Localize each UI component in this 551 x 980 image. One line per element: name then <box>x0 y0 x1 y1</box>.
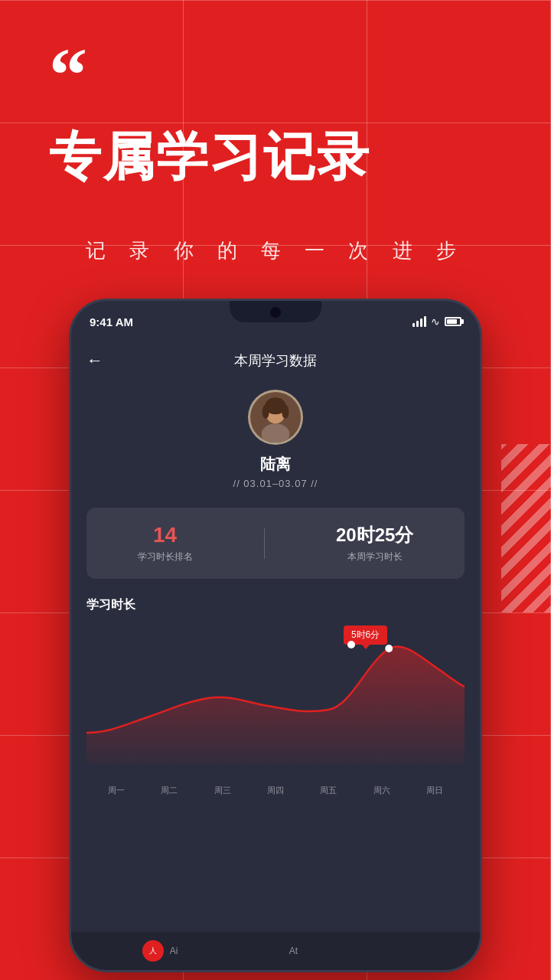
stats-card: 14 学习时长排名 20时25分 本周学习时长 <box>86 508 465 579</box>
chart-area: 5时6分 <box>86 626 465 779</box>
duration-label: 本周学习时长 <box>347 550 403 564</box>
stat-divider <box>264 528 265 559</box>
subtitle-text: 记 录 你 的 每 一 次 进 步 <box>0 237 551 264</box>
stripe-decoration <box>501 444 551 612</box>
x-label-mon: 周一 <box>90 785 142 796</box>
wifi-icon: ∿ <box>431 315 440 328</box>
quote-icon: “ <box>49 37 87 113</box>
date-range: // 03.01–03.07 // <box>233 478 318 489</box>
status-icons: ∿ <box>412 315 461 328</box>
chart-section: 学习时长 5时6分 <box>71 591 480 796</box>
x-label-wed: 周三 <box>196 785 249 796</box>
phone-notch <box>230 301 321 322</box>
signal-icon <box>412 316 426 327</box>
app-bottom-bar: 人 Ai At <box>71 932 480 970</box>
screen-title: 本周学习数据 <box>234 351 317 370</box>
avatar-section: 陆离 // 03.01–03.07 // <box>71 382 480 501</box>
main-title: 专属学习记录 <box>49 122 370 192</box>
x-label-sat: 周六 <box>355 785 408 796</box>
duration-stat: 20时25分 本周学习时长 <box>336 523 413 564</box>
camera <box>270 307 281 318</box>
phone-content: ← 本周学习数据 <box>71 339 480 970</box>
avatar <box>248 390 303 445</box>
rank-stat: 14 学习时长排名 <box>138 523 193 564</box>
chart-peak-dot <box>347 641 355 648</box>
bottom-label-at: At <box>289 946 298 956</box>
x-label-thu: 周四 <box>249 785 302 796</box>
svg-point-6 <box>385 645 393 652</box>
svg-point-4 <box>282 405 289 419</box>
svg-point-5 <box>262 423 290 445</box>
x-label-sun: 周日 <box>409 785 461 796</box>
status-time: 9:41 AM <box>90 315 133 328</box>
duration-value: 20时25分 <box>336 523 413 547</box>
x-label-fri: 周五 <box>302 785 355 796</box>
chart-title: 学习时长 <box>86 597 465 613</box>
battery-icon <box>445 317 461 326</box>
user-name: 陆离 <box>260 454 291 475</box>
app-header: ← 本周学习数据 <box>71 339 480 382</box>
bottom-avatar-icon: 人 <box>142 940 164 962</box>
phone-mockup: 9:41 AM ∿ ← 本周学习数据 <box>69 299 482 972</box>
x-label-tue: 周二 <box>142 785 195 796</box>
svg-point-3 <box>262 405 269 419</box>
back-button[interactable]: ← <box>86 351 103 371</box>
chart-x-labels: 周一 周二 周三 周四 周五 周六 周日 <box>86 779 465 796</box>
bottom-label-ai: Ai <box>170 946 178 956</box>
rank-label: 学习时长排名 <box>138 550 193 564</box>
rank-value: 14 <box>153 523 177 547</box>
